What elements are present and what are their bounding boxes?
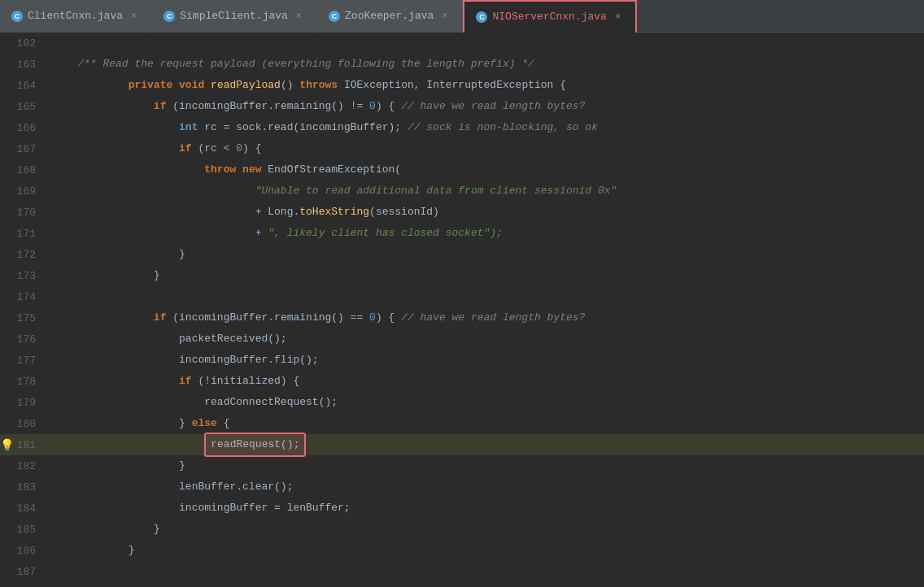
line-num-186: 186 [0,545,49,557]
tab-label-3: ZooKeeper.java [345,10,434,22]
tab-client-cnxn[interactable]: C ClientCnxn.java × [0,0,152,33]
code-editor[interactable]: 102 163 /** Read the request payload (ev… [0,33,924,587]
line-num-179: 179 [0,397,49,409]
line-num-185: 185 [0,524,49,536]
line-num-175: 175 [0,312,49,324]
close-tab-btn[interactable]: × [128,9,140,24]
line-num-165: 165 [0,101,49,113]
line-num-170: 170 [0,207,49,219]
line-num-171: 171 [0,228,49,240]
line-num-183: 183 [0,481,49,494]
code-line-102: 102 [0,33,924,54]
tab-nio-server-cnxn[interactable]: C NIOServerCnxn.java × [463,0,637,33]
code-line-173: 173 } [0,265,924,286]
c-icon-3: C [329,11,340,22]
tab-zookeeper[interactable]: C ZooKeeper.java × [317,0,463,33]
line-num-187: 187 [0,566,49,578]
c-icon-4: C [476,11,487,23]
line-num-102: 102 [0,37,49,50]
tab-label-4: NIOServerCnxn.java [492,11,606,23]
line-num-180: 180 [0,418,49,430]
line-num-164: 164 [0,80,49,92]
line-num-182: 182 [0,460,49,472]
line-num-184: 184 [0,502,49,515]
tab-simple-client[interactable]: C SimpleClient.java × [152,0,317,33]
line-num-181: 💡 181 [0,438,49,452]
line-num-168: 168 [0,164,49,176]
code-line-186: 186 } [0,540,924,561]
c-icon-2: C [163,11,175,22]
line-num-173: 173 [0,270,49,282]
tab-bar: C ClientCnxn.java × C SimpleClient.java … [0,0,924,33]
line-num-174: 174 [0,291,49,303]
line-num-178: 178 [0,376,49,388]
code-lines: 102 163 /** Read the request payload (ev… [0,33,924,582]
line-num-177: 177 [0,354,49,367]
c-icon: C [11,11,23,22]
line-num-166: 166 [0,122,49,134]
line-num-172: 172 [0,249,49,261]
tab-label: ClientCnxn.java [28,10,123,22]
bulb-icon[interactable]: 💡 [0,438,14,452]
close-tab-btn-4[interactable]: × [612,10,624,24]
code-line-187: 187 [0,561,924,582]
close-tab-btn-2[interactable]: × [293,9,305,24]
close-tab-btn-3[interactable]: × [438,9,451,24]
tab-label-2: SimpleClient.java [180,10,288,22]
line-num-169: 169 [0,185,49,198]
line-num-163: 163 [0,59,49,71]
line-num-176: 176 [0,333,49,346]
line-num-167: 167 [0,143,49,155]
